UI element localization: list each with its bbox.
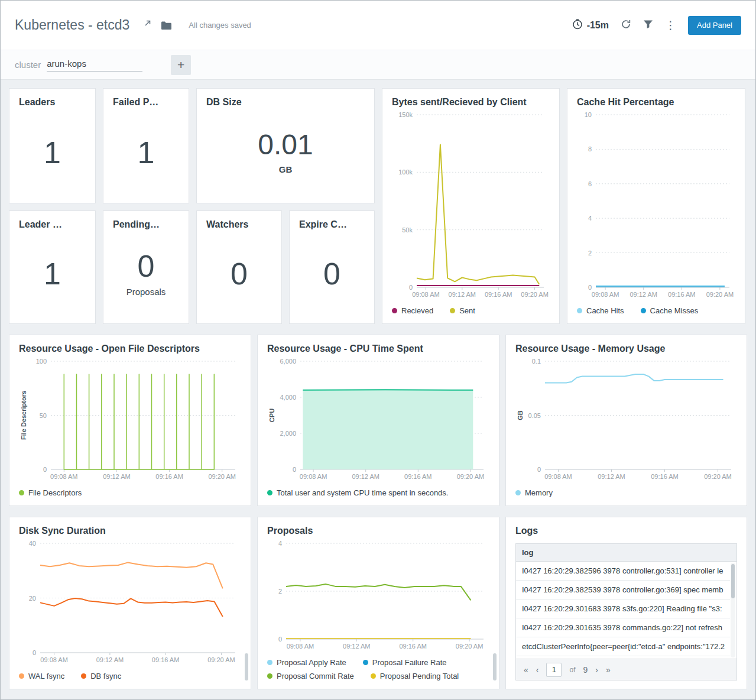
prev-page-icon[interactable]: ‹ <box>536 665 539 675</box>
vertical-scrollbar[interactable] <box>731 563 735 657</box>
svg-text:09:16 AM: 09:16 AM <box>399 643 426 650</box>
log-row[interactable]: etcdClusterPeerInfo{peer=peer{id:"etcd-a… <box>516 637 730 656</box>
svg-text:10: 10 <box>585 111 592 118</box>
log-column-header[interactable]: log <box>516 544 736 562</box>
legend-item[interactable]: DB fsync <box>81 672 121 680</box>
legend-item[interactable]: Proposal Commit Rate <box>267 672 354 680</box>
svg-text:6,000: 6,000 <box>280 358 296 365</box>
first-page-icon[interactable]: « <box>524 665 528 675</box>
proposals-chart: 02409:08 AM09:12 AM09:16 AM09:20 AM <box>267 539 489 652</box>
total-pages: 9 <box>583 665 588 675</box>
panel-title: Logs <box>515 526 737 536</box>
next-page-icon[interactable]: › <box>595 665 598 675</box>
svg-text:0: 0 <box>537 466 541 473</box>
legend-item[interactable]: Sent <box>450 306 475 315</box>
refresh-icon[interactable] <box>621 19 631 31</box>
svg-text:09:12 AM: 09:12 AM <box>449 291 476 298</box>
chart-legend: WAL fsyncDB fsync <box>19 666 241 680</box>
legend-item[interactable]: WAL fsync <box>19 672 64 680</box>
legend-color-dot <box>363 660 368 665</box>
panel-cpu-time-spent: Resource Usage - CPU Time Spent 02,0004,… <box>257 335 499 506</box>
legend-label: WAL fsync <box>28 672 64 680</box>
svg-text:09:16 AM: 09:16 AM <box>155 473 183 480</box>
log-row[interactable]: I0427 16:20:29.301683 3978 s3fs.go:220] … <box>516 599 730 618</box>
folder-icon[interactable] <box>161 21 172 30</box>
add-filter-button[interactable]: + <box>171 55 191 75</box>
chart-legend: Total user and system CPU time spent in … <box>267 482 489 497</box>
legend-color-dot <box>371 673 376 679</box>
cluster-filter-value[interactable]: arun-kops <box>47 59 142 72</box>
stat-value: 0 <box>323 258 340 289</box>
panel-title: Cache Hit Percentage <box>577 97 735 108</box>
legend-label: Proposal Apply Rate <box>277 658 346 667</box>
legend-item[interactable]: Proposal Pending Total <box>371 672 459 680</box>
legend-item[interactable]: Cache Misses <box>641 306 699 315</box>
vertical-scrollbar[interactable] <box>493 653 497 680</box>
legend-color-dot <box>19 673 24 679</box>
legend-label: Proposal Commit Rate <box>277 672 354 680</box>
log-row[interactable]: I0427 16:20:29.301635 3978 commands.go:2… <box>516 618 730 637</box>
stat-panel-leader-changes: Leader … 1 <box>9 210 96 324</box>
legend-color-dot <box>515 490 521 495</box>
legend-item[interactable]: Cache Hits <box>577 306 624 315</box>
panel-open-file-descriptors: Resource Usage - Open File Descriptors 0… <box>9 335 251 506</box>
stat-value: 1 <box>44 137 61 168</box>
plus-icon: + <box>177 58 184 72</box>
kebab-menu-icon[interactable]: ⋮ <box>665 20 676 31</box>
legend-item[interactable]: Total user and system CPU time spent in … <box>267 488 448 497</box>
svg-text:09:16 AM: 09:16 AM <box>485 291 512 298</box>
svg-text:09:12 AM: 09:12 AM <box>630 291 657 298</box>
panel-title: Failed P… <box>113 97 179 108</box>
svg-text:6: 6 <box>588 180 592 187</box>
file-descriptors-chart: 05010009:08 AM09:12 AM09:16 AM09:20 AMFi… <box>19 357 241 482</box>
svg-text:09:12 AM: 09:12 AM <box>103 473 130 480</box>
filter-icon[interactable] <box>643 20 653 31</box>
svg-text:2: 2 <box>588 249 592 257</box>
svg-text:09:16 AM: 09:16 AM <box>668 291 695 298</box>
disk-sync-chart: 0204009:08 AM09:12 AM09:16 AM09:20 AM <box>19 539 241 666</box>
scrollbar-thumb[interactable] <box>731 564 735 598</box>
log-row[interactable]: I0427 16:20:29.382539 3978 controller.go… <box>516 581 730 599</box>
add-panel-button[interactable]: Add Panel <box>688 16 741 35</box>
panel-title: Resource Usage - Memory Usage <box>515 343 737 354</box>
vertical-scrollbar[interactable] <box>245 653 248 680</box>
stat-panel-leaders: Leaders 1 <box>9 88 96 203</box>
svg-text:09:20 AM: 09:20 AM <box>208 473 235 480</box>
stat-value: 0 <box>231 258 248 289</box>
legend-item[interactable]: Recieved <box>392 306 433 315</box>
svg-text:09:08 AM: 09:08 AM <box>300 473 327 480</box>
panel-logs: Logs log I0427 16:20:29.382596 3978 cont… <box>505 517 747 689</box>
svg-text:0.1: 0.1 <box>532 358 541 365</box>
share-icon[interactable] <box>140 20 151 31</box>
svg-text:0: 0 <box>293 466 296 473</box>
panel-title: Resource Usage - CPU Time Spent <box>267 343 489 354</box>
panel-disk-sync-duration: Disk Sync Duration 0204009:08 AM09:12 AM… <box>9 517 251 689</box>
legend-item[interactable]: File Descriptors <box>19 488 82 497</box>
svg-text:0: 0 <box>588 284 592 291</box>
legend-item[interactable]: Proposal Apply Rate <box>267 658 346 667</box>
time-range-control[interactable]: -15m <box>572 19 609 32</box>
legend-label: Sent <box>459 306 475 315</box>
stat-value: 0 <box>138 251 155 281</box>
legend-label: Recieved <box>401 306 433 315</box>
svg-text:0: 0 <box>409 284 413 291</box>
svg-text:09:20 AM: 09:20 AM <box>456 643 483 650</box>
dashboard-grid: Leaders 1 Failed P… 1 DB Size 0.01 GB <box>1 80 755 698</box>
log-row[interactable]: I0427 16:20:29.382596 3978 controller.go… <box>516 562 730 581</box>
panel-title: Leader … <box>19 219 86 230</box>
legend-item[interactable]: Memory <box>515 488 553 497</box>
svg-text:09:12 AM: 09:12 AM <box>96 656 124 663</box>
svg-text:09:08 AM: 09:08 AM <box>412 291 439 298</box>
legend-label: DB fsync <box>90 672 121 680</box>
svg-text:09:20 AM: 09:20 AM <box>207 656 235 663</box>
svg-text:150k: 150k <box>398 111 413 118</box>
panel-title: Expire C… <box>299 219 365 230</box>
legend-color-dot <box>267 673 272 679</box>
legend-color-dot <box>19 490 24 495</box>
panel-title: Proposals <box>267 526 489 536</box>
current-page[interactable]: 1 <box>546 663 562 677</box>
svg-text:4,000: 4,000 <box>280 394 296 401</box>
svg-text:09:12 AM: 09:12 AM <box>352 473 379 480</box>
legend-item[interactable]: Proposal Failure Rate <box>363 658 447 667</box>
last-page-icon[interactable]: » <box>606 665 611 675</box>
